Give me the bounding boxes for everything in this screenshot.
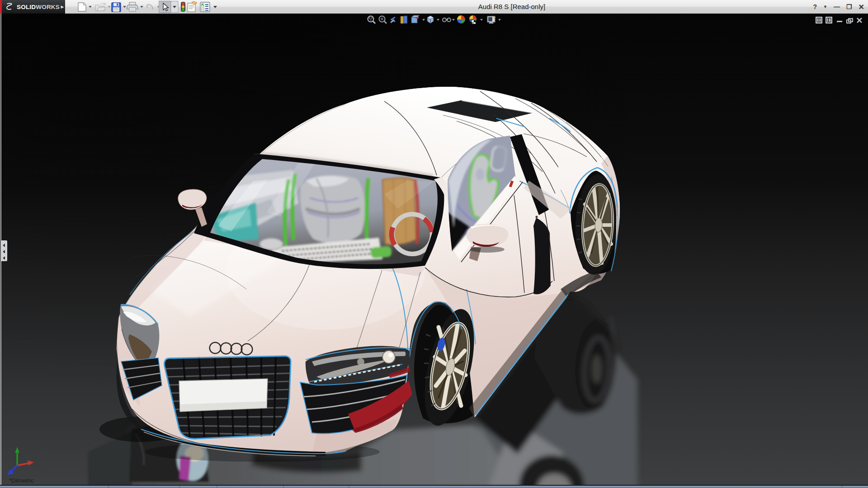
svg-text:*Dimetric: *Dimetric (9, 477, 34, 484)
